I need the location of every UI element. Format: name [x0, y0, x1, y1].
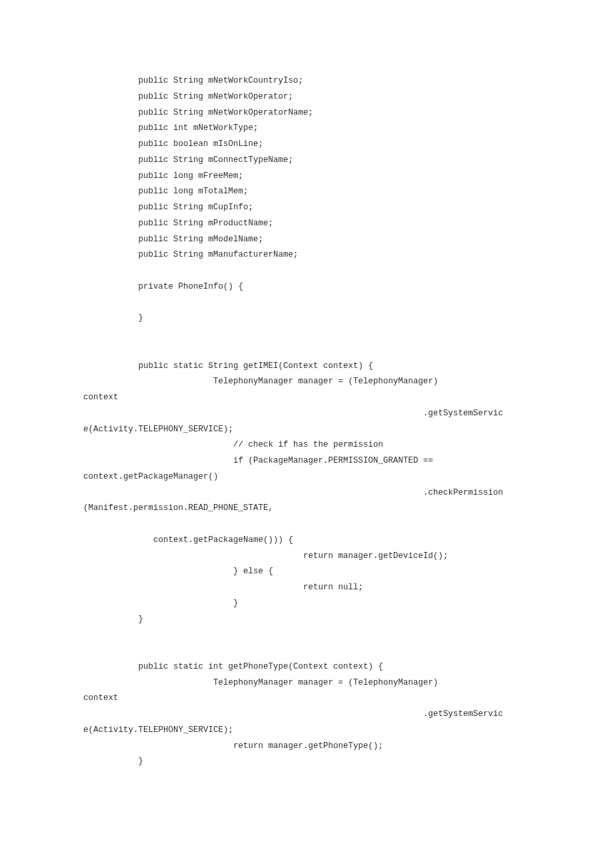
- code-block: public String mNetWorkCountryIso; public…: [83, 76, 503, 766]
- code-document: public String mNetWorkCountryIso; public…: [0, 0, 613, 810]
